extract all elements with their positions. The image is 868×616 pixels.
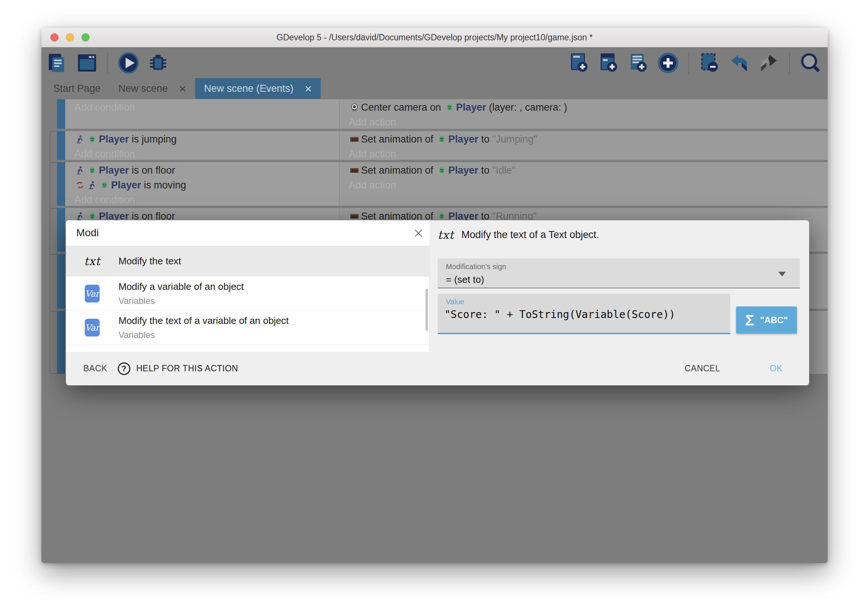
instruction-text: "Jumping"	[492, 134, 537, 145]
conditions-cell: Add condition	[65, 99, 340, 129]
add-action-button[interactable]: Add action	[340, 115, 828, 129]
toolbar-left	[46, 50, 170, 75]
event-highlight-bar[interactable]	[57, 131, 65, 160]
event-highlight-bar[interactable]	[57, 99, 65, 129]
search-input[interactable]	[66, 220, 402, 245]
add-action-button[interactable]: Add action	[340, 178, 828, 193]
list-item-text: Modify the text	[118, 255, 181, 267]
action-item[interactable]: Center camera on Player (layer: , camera…	[340, 100, 828, 115]
list-item-icon-box: Var	[79, 285, 105, 302]
instruction-text: is jumping	[129, 134, 177, 145]
back-button[interactable]: BACK	[83, 352, 107, 385]
instruction-text: "Idle"	[492, 165, 516, 176]
conditions-cell: Player is on floorPlayer is movingAdd co…	[65, 162, 340, 206]
ok-button[interactable]: OK	[770, 352, 783, 385]
list-scrollbar[interactable]	[426, 289, 428, 331]
help-button[interactable]: ? HELP FOR THIS ACTION	[118, 352, 238, 385]
jump-icon	[87, 179, 97, 189]
event-highlight-bar[interactable]	[57, 162, 65, 206]
help-icon: ?	[118, 362, 131, 375]
action-item[interactable]: Set animation of Player to "Idle"	[340, 163, 828, 178]
search-icon[interactable]	[799, 52, 822, 74]
condition-item[interactable]: Player is jumping	[65, 132, 339, 146]
event-tree-stub	[50, 208, 57, 209]
add-condition-button[interactable]: Add condition	[65, 100, 339, 115]
cancel-button[interactable]: CANCEL	[685, 352, 720, 385]
close-window-button[interactable]	[50, 33, 58, 41]
toolbar-divider	[789, 52, 790, 74]
instruction-editor-dialog: txtModify the textVarModify a variable o…	[66, 220, 809, 385]
add-action-button[interactable]: Add action	[340, 146, 828, 160]
add-event-icon[interactable]	[568, 52, 591, 74]
player-icon	[87, 133, 97, 143]
redo-icon[interactable]	[757, 52, 780, 74]
event-highlight-bar[interactable]	[57, 208, 65, 252]
event-highlight-bar[interactable]	[57, 311, 65, 374]
instruction-text: to	[478, 134, 492, 145]
instruction-list-item[interactable]: VarModify a variable of an objectVariabl…	[66, 277, 429, 311]
player-icon	[87, 164, 97, 174]
jump-icon	[75, 164, 85, 174]
invert-icon	[75, 179, 85, 189]
expression-builder-button[interactable]: Σ "ABC"	[736, 306, 797, 333]
jump-icon	[75, 210, 85, 220]
event-row: Add conditionCenter camera on Player (la…	[57, 99, 828, 129]
add-condition-button[interactable]: Add condition	[65, 193, 339, 206]
tab-start-page[interactable]: Start Page	[44, 78, 110, 99]
list-item-text: Modify the text of a variable of an obje…	[118, 315, 289, 340]
list-item-subtitle: Variables	[118, 330, 289, 340]
event-tree-stub	[50, 311, 57, 312]
instruction-text: Player	[448, 134, 478, 145]
value-field[interactable]: Value	[438, 294, 730, 334]
event-highlight-bar[interactable]	[57, 254, 65, 309]
player-icon	[100, 179, 109, 189]
player-icon	[437, 210, 447, 220]
action-item[interactable]: Set animation of Player to "Jumping"	[340, 132, 828, 146]
undo-icon[interactable]	[728, 52, 751, 74]
debug-icon[interactable]	[147, 52, 170, 74]
list-item-title: Modify the text	[118, 255, 181, 267]
text-object-icon: txt	[438, 228, 454, 241]
list-item-subtitle: Variables	[118, 296, 244, 306]
instruction-text: Center camera on	[361, 102, 444, 113]
variable-icon: Var	[85, 285, 100, 302]
condition-item[interactable]: Player is on floor	[65, 163, 339, 178]
add-subevent-icon[interactable]	[597, 52, 620, 74]
list-item-icon-box: txt	[79, 255, 105, 268]
scene-editor-icon[interactable]	[75, 52, 99, 74]
add-new-icon[interactable]	[657, 52, 679, 74]
zoom-window-button[interactable]	[82, 33, 90, 41]
instruction-text: Player	[456, 102, 486, 113]
project-manager-icon[interactable]	[46, 52, 69, 74]
gdevelop-window: GDevelop 5 - /Users/david/Documents/GDev…	[41, 28, 828, 563]
toolbar-divider	[689, 52, 689, 74]
condition-item[interactable]: Player is moving	[65, 178, 339, 193]
modification-sign-select[interactable]: Modification's sign = (set to)	[438, 258, 800, 288]
tab-close-icon[interactable]: ×	[179, 82, 186, 95]
instruction-list-item[interactable]: VarModify the text of a variable of an o…	[66, 311, 429, 345]
tab-label: New scene	[118, 83, 168, 94]
event-tree-stub	[50, 131, 57, 132]
instruction-text: Player	[99, 165, 129, 176]
tab-new-scene[interactable]: New scene×	[110, 78, 195, 99]
delete-event-icon[interactable]	[698, 52, 721, 74]
add-comment-icon[interactable]	[627, 52, 650, 74]
value-input[interactable]	[444, 308, 722, 321]
tab-close-icon[interactable]: ×	[305, 82, 312, 95]
preview-icon[interactable]	[117, 52, 140, 74]
instruction-text: Player	[448, 165, 478, 176]
txt-icon: txt	[84, 255, 101, 268]
add-condition-button[interactable]: Add condition	[65, 146, 339, 160]
tab-new-scene-events-[interactable]: New scene (Events)×	[195, 78, 321, 99]
event-row: Player is on floorPlayer is movingAdd co…	[57, 162, 828, 206]
tab-label: Start Page	[53, 83, 101, 94]
close-search-icon[interactable]	[412, 227, 425, 239]
minimize-window-button[interactable]	[66, 33, 74, 41]
dialog-footer: BACK ? HELP FOR THIS ACTION CANCEL OK	[66, 352, 809, 385]
conditions-cell: Player is jumpingAdd condition	[65, 131, 340, 160]
window-title: GDevelop 5 - /Users/david/Documents/GDev…	[41, 28, 828, 47]
instruction-list: txtModify the textVarModify a variable o…	[66, 246, 429, 352]
help-label: HELP FOR THIS ACTION	[136, 363, 238, 374]
actions-cell: Center camera on Player (layer: , camera…	[340, 99, 828, 129]
instruction-list-item[interactable]: txtModify the text	[66, 246, 429, 277]
